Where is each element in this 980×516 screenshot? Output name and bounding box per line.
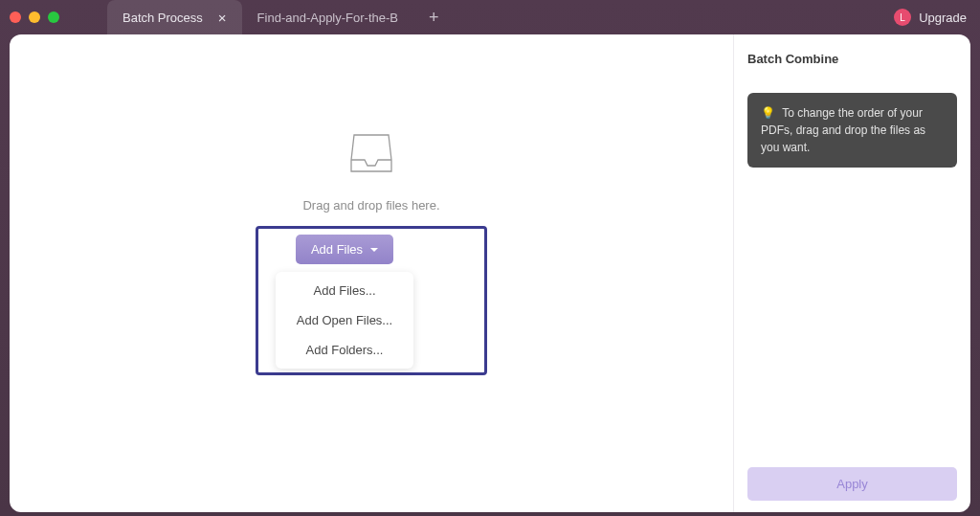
highlight-annotation: Add Files Add Files... Add Open Files...… bbox=[256, 226, 487, 375]
add-files-menu: Add Files... Add Open Files... Add Folde… bbox=[276, 272, 413, 369]
top-right-controls: L Upgrade bbox=[894, 0, 967, 34]
minimize-window-button[interactable] bbox=[29, 11, 40, 23]
tip-box: 💡 To change the order of your PDFs, drag… bbox=[747, 93, 957, 168]
avatar-letter: L bbox=[900, 12, 905, 23]
sidebar-title: Batch Combine bbox=[747, 52, 957, 66]
tip-text: To change the order of your PDFs, drag a… bbox=[761, 106, 925, 154]
menu-item-add-files[interactable]: Add Files... bbox=[276, 276, 413, 305]
avatar[interactable]: L bbox=[894, 9, 911, 26]
tab-label: Batch Process bbox=[122, 11, 203, 25]
lightbulb-icon: 💡 bbox=[761, 106, 775, 120]
title-bar: Batch Process × Find-and-Apply-For-the-B… bbox=[0, 0, 980, 34]
tab-batch-process[interactable]: Batch Process × bbox=[107, 0, 242, 34]
close-window-button[interactable] bbox=[10, 11, 21, 23]
chevron-down-icon bbox=[370, 248, 378, 252]
new-tab-button[interactable]: + bbox=[413, 8, 455, 28]
main-panel: Drag and drop files here. Add Files Add … bbox=[10, 34, 733, 512]
close-icon[interactable]: × bbox=[218, 11, 227, 25]
add-files-label: Add Files bbox=[311, 242, 363, 257]
drop-hint-text: Drag and drop files here. bbox=[302, 198, 439, 213]
sidebar: Batch Combine 💡 To change the order of y… bbox=[733, 34, 970, 512]
tab-find-and-apply[interactable]: Find-and-Apply-For-the-B bbox=[242, 0, 413, 34]
inbox-icon bbox=[349, 133, 393, 173]
menu-item-add-open-files[interactable]: Add Open Files... bbox=[276, 305, 413, 335]
maximize-window-button[interactable] bbox=[48, 11, 59, 23]
drop-area[interactable]: Drag and drop files here. Add Files Add … bbox=[256, 133, 487, 375]
add-files-button[interactable]: Add Files bbox=[296, 235, 393, 264]
tab-label: Find-and-Apply-For-the-B bbox=[257, 11, 398, 25]
content-wrap: Drag and drop files here. Add Files Add … bbox=[10, 34, 970, 512]
tab-strip: Batch Process × Find-and-Apply-For-the-B… bbox=[107, 0, 455, 34]
menu-item-add-folders[interactable]: Add Folders... bbox=[276, 335, 413, 365]
window-controls bbox=[10, 11, 59, 23]
apply-button[interactable]: Apply bbox=[747, 467, 957, 501]
upgrade-link[interactable]: Upgrade bbox=[919, 11, 967, 25]
